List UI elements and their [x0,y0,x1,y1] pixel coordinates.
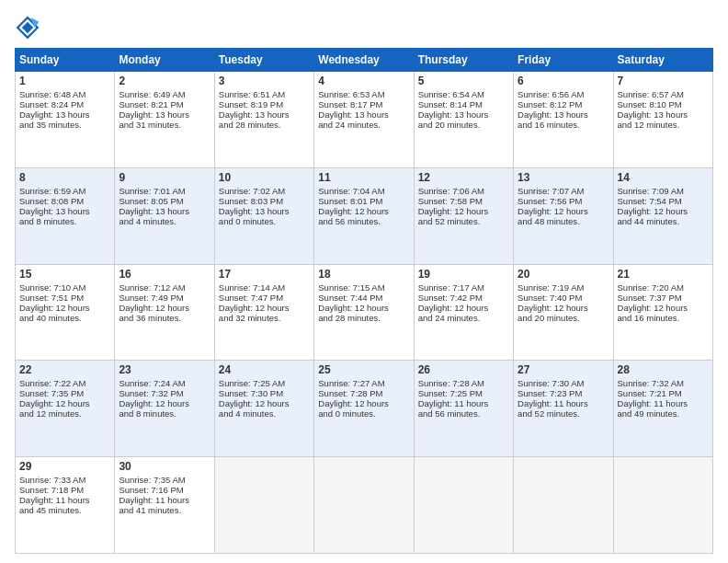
day-info-line: Sunrise: 6:59 AM [19,186,110,196]
day-info-line: and 40 minutes. [19,313,110,323]
day-number: 3 [219,75,310,87]
day-number: 13 [518,171,609,184]
day-info-line: Daylight: 12 hours [119,398,210,408]
day-info-line: and 4 minutes. [119,216,210,226]
header-row: SundayMondayTuesdayWednesdayThursdayFrid… [16,49,713,72]
calendar-cell: 1Sunrise: 6:48 AMSunset: 8:24 PMDaylight… [16,72,115,168]
day-info-line: Sunset: 8:17 PM [318,99,409,109]
day-number: 10 [219,171,310,184]
day-number: 30 [119,460,210,473]
day-number: 8 [19,171,110,184]
day-info-line: Sunrise: 7:01 AM [119,186,210,196]
day-info-line: Daylight: 13 hours [618,109,709,120]
day-info-line: Sunset: 8:01 PM [318,196,409,206]
week-row-2: 8Sunrise: 6:59 AMSunset: 8:08 PMDaylight… [16,167,713,264]
day-info-line: Daylight: 12 hours [418,303,509,313]
day-number: 6 [518,75,609,87]
day-info-line: Daylight: 12 hours [318,206,409,216]
day-number: 27 [518,363,609,376]
day-info-line: Sunset: 7:32 PM [119,388,210,398]
day-info-line: Daylight: 13 hours [219,206,310,216]
day-info-line: Daylight: 12 hours [19,398,110,408]
day-info-line: Sunset: 7:28 PM [318,388,409,398]
day-info-line: Sunrise: 6:49 AM [119,89,210,99]
calendar-cell: 29Sunrise: 7:33 AMSunset: 7:18 PMDayligh… [16,457,115,554]
day-info-line: Sunrise: 7:28 AM [418,378,509,388]
day-info-line: Sunset: 7:25 PM [418,388,509,398]
day-number: 18 [318,268,409,281]
day-info-line: Sunset: 7:51 PM [19,293,110,303]
day-number: 29 [19,460,110,473]
day-info-line: Sunrise: 7:14 AM [219,282,310,293]
calendar-cell: 13Sunrise: 7:07 AMSunset: 7:56 PMDayligh… [514,167,613,264]
calendar-cell: 2Sunrise: 6:49 AMSunset: 8:21 PMDaylight… [115,72,214,168]
day-info-line: Daylight: 11 hours [518,398,609,408]
day-info-line: Sunset: 8:14 PM [418,99,509,109]
day-info-line: and 16 minutes. [518,120,609,130]
day-info-line: Daylight: 13 hours [418,109,509,120]
day-info-line: and 8 minutes. [119,408,210,419]
col-header-wednesday: Wednesday [314,49,414,72]
day-info-line: Sunrise: 6:54 AM [418,89,509,99]
calendar-cell: 20Sunrise: 7:19 AMSunset: 7:40 PMDayligh… [514,264,613,361]
week-row-1: 1Sunrise: 6:48 AMSunset: 8:24 PMDaylight… [16,72,713,168]
day-number: 21 [618,268,709,281]
day-info-line: and 0 minutes. [219,216,310,226]
day-info-line: Sunrise: 7:30 AM [518,378,609,388]
day-number: 11 [318,171,409,184]
day-number: 12 [418,171,509,184]
day-info-line: Sunrise: 7:25 AM [219,378,310,388]
col-header-saturday: Saturday [613,49,712,72]
day-info-line: and 52 minutes. [518,408,609,419]
day-info-line: Daylight: 12 hours [219,398,310,408]
day-info-line: Sunrise: 7:12 AM [119,282,210,293]
day-info-line: Sunset: 8:10 PM [618,99,709,109]
day-info-line: Sunrise: 7:19 AM [518,282,609,293]
day-info-line: and 12 minutes. [19,408,110,419]
day-info-line: Daylight: 12 hours [119,303,210,313]
day-info-line: Daylight: 13 hours [19,109,110,120]
calendar-cell [613,457,712,554]
day-info-line: Sunrise: 7:06 AM [418,186,509,196]
day-number: 22 [19,363,110,376]
day-info-line: Daylight: 11 hours [618,398,709,408]
day-number: 15 [19,268,110,281]
col-header-friday: Friday [514,49,613,72]
day-info-line: and 48 minutes. [518,216,609,226]
logo-icon [15,15,40,40]
day-info-line: and 0 minutes. [318,408,409,419]
calendar-cell: 9Sunrise: 7:01 AMSunset: 8:05 PMDaylight… [115,167,214,264]
day-info-line: Sunset: 7:47 PM [219,293,310,303]
day-info-line: Sunrise: 6:51 AM [219,89,310,99]
calendar-cell: 6Sunrise: 6:56 AMSunset: 8:12 PMDaylight… [514,72,613,168]
col-header-sunday: Sunday [16,49,115,72]
calendar-cell: 23Sunrise: 7:24 AMSunset: 7:32 PMDayligh… [115,361,214,457]
day-number: 28 [618,363,709,376]
day-info-line: Sunset: 7:18 PM [19,485,110,495]
week-row-3: 15Sunrise: 7:10 AMSunset: 7:51 PMDayligh… [16,264,713,361]
calendar-cell: 16Sunrise: 7:12 AMSunset: 7:49 PMDayligh… [115,264,214,361]
day-number: 26 [418,363,509,376]
day-info-line: Daylight: 11 hours [119,495,210,505]
calendar-cell: 3Sunrise: 6:51 AMSunset: 8:19 PMDaylight… [214,72,313,168]
day-info-line: and 12 minutes. [618,120,709,130]
day-info-line: and 56 minutes. [318,216,409,226]
logo [15,15,44,40]
day-info-line: Sunset: 7:30 PM [219,388,310,398]
day-info-line: Sunset: 7:16 PM [119,485,210,495]
day-info-line: Daylight: 13 hours [318,109,409,120]
day-info-line: and 52 minutes. [418,216,509,226]
day-info-line: and 56 minutes. [418,408,509,419]
day-info-line: Sunrise: 7:24 AM [119,378,210,388]
day-number: 4 [318,75,409,87]
day-number: 1 [19,75,110,87]
day-info-line: Sunrise: 7:27 AM [318,378,409,388]
calendar-cell [214,457,313,554]
day-info-line: Daylight: 12 hours [618,206,709,216]
day-number: 25 [318,363,409,376]
day-number: 7 [618,75,709,87]
header [15,15,713,40]
day-info-line: Sunset: 8:24 PM [19,99,110,109]
day-info-line: Sunrise: 7:33 AM [19,475,110,485]
calendar-cell: 27Sunrise: 7:30 AMSunset: 7:23 PMDayligh… [514,361,613,457]
